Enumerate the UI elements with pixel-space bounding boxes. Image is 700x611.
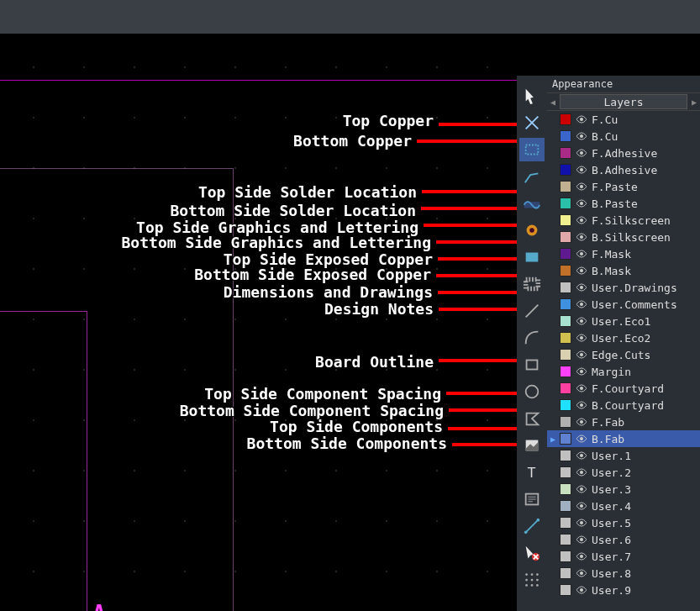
visibility-toggle[interactable]: [576, 214, 587, 226]
poly-tool[interactable]: [519, 407, 545, 430]
layer-row-f-paste[interactable]: F.Paste: [547, 178, 700, 195]
visibility-toggle[interactable]: [576, 181, 587, 192]
visibility-toggle[interactable]: [576, 130, 587, 142]
visibility-toggle[interactable]: [576, 164, 587, 176]
color-swatch[interactable]: [560, 265, 571, 277]
layer-row-edge-cuts[interactable]: Edge.Cuts: [547, 346, 700, 363]
layer-row-user-6[interactable]: User.6: [547, 531, 700, 548]
color-swatch[interactable]: [560, 534, 571, 545]
color-swatch[interactable]: [560, 450, 571, 461]
layer-row-b-cu[interactable]: B.Cu: [547, 128, 700, 145]
diff-pair-tool[interactable]: [519, 192, 545, 215]
visibility-toggle[interactable]: [576, 231, 587, 243]
layer-row-user-2[interactable]: User.2: [547, 464, 700, 481]
zone-tool[interactable]: [519, 245, 545, 269]
visibility-toggle[interactable]: [576, 466, 587, 478]
layer-row-user-9[interactable]: User.9: [547, 582, 700, 598]
color-swatch[interactable]: [560, 164, 571, 176]
color-swatch[interactable]: [560, 231, 571, 243]
color-swatch[interactable]: [560, 147, 571, 159]
highlight-net-tool[interactable]: [519, 111, 545, 134]
layer-row-margin[interactable]: Margin: [547, 363, 700, 380]
color-swatch[interactable]: [560, 466, 571, 478]
color-swatch[interactable]: [560, 349, 571, 361]
color-swatch[interactable]: [560, 517, 571, 529]
layer-row-b-silkscreen[interactable]: B.Silkscreen: [547, 229, 700, 245]
layer-row-f-mask[interactable]: F.Mask: [547, 245, 700, 262]
visibility-toggle[interactable]: [576, 550, 587, 562]
color-swatch[interactable]: [560, 399, 571, 411]
keepout-tool[interactable]: [519, 272, 545, 296]
visibility-toggle[interactable]: [576, 147, 587, 159]
layer-row-f-silkscreen[interactable]: F.Silkscreen: [547, 212, 700, 229]
color-swatch[interactable]: [560, 382, 571, 394]
visibility-toggle[interactable]: [576, 298, 587, 310]
grid-tool[interactable]: [519, 568, 545, 592]
pcb-canvas[interactable]: A: [0, 34, 517, 611]
layer-row-b-paste[interactable]: B.Paste: [547, 195, 700, 212]
color-swatch[interactable]: [560, 130, 571, 142]
color-swatch[interactable]: [560, 332, 571, 344]
color-swatch[interactable]: [560, 214, 571, 226]
visibility-toggle[interactable]: [576, 584, 587, 596]
color-swatch[interactable]: [560, 366, 571, 377]
rect-tool[interactable]: [519, 353, 545, 377]
dimension-tool[interactable]: [519, 514, 545, 538]
layer-row-user-8[interactable]: User.8: [547, 565, 700, 582]
layer-row-b-courtyard[interactable]: B.Courtyard: [547, 397, 700, 413]
layer-row-b-mask[interactable]: B.Mask: [547, 262, 700, 279]
visibility-toggle[interactable]: [576, 517, 587, 529]
color-swatch[interactable]: [560, 181, 571, 192]
text-tool[interactable]: T: [519, 461, 545, 484]
visibility-toggle[interactable]: [576, 198, 587, 209]
layer-row-user-eco1[interactable]: User.Eco1: [547, 313, 700, 329]
circle-tool[interactable]: [519, 380, 545, 403]
layer-row-f-adhesive[interactable]: F.Adhesive: [547, 145, 700, 161]
color-swatch[interactable]: [560, 248, 571, 260]
layer-row-user-drawings[interactable]: User.Drawings: [547, 279, 700, 296]
color-swatch[interactable]: [560, 298, 571, 310]
visibility-toggle[interactable]: [576, 248, 587, 260]
footprint-tool[interactable]: [519, 138, 545, 161]
image-tool[interactable]: [519, 434, 545, 457]
layer-row-f-fab[interactable]: F.Fab: [547, 413, 700, 430]
layer-row-user-3[interactable]: User.3: [547, 481, 700, 498]
color-swatch[interactable]: [560, 567, 571, 579]
color-swatch[interactable]: [560, 433, 571, 445]
visibility-toggle[interactable]: [576, 265, 587, 277]
layer-row-b-adhesive[interactable]: B.Adhesive: [547, 161, 700, 178]
color-swatch[interactable]: [560, 584, 571, 596]
color-swatch[interactable]: [560, 500, 571, 512]
tab-scroll-left[interactable]: ◀: [547, 93, 559, 110]
visibility-toggle[interactable]: [576, 315, 587, 327]
color-swatch[interactable]: [560, 315, 571, 327]
visibility-toggle[interactable]: [576, 349, 587, 361]
visibility-toggle[interactable]: [576, 366, 587, 377]
layer-row-user-4[interactable]: User.4: [547, 498, 700, 514]
visibility-toggle[interactable]: [576, 282, 587, 293]
layer-row-b-fab[interactable]: ▶B.Fab: [547, 430, 700, 447]
color-swatch[interactable]: [560, 198, 571, 209]
layer-row-f-cu[interactable]: F.Cu: [547, 111, 700, 128]
visibility-toggle[interactable]: [576, 416, 587, 428]
color-swatch[interactable]: [560, 282, 571, 293]
layer-row-user-5[interactable]: User.5: [547, 514, 700, 531]
color-swatch[interactable]: [560, 416, 571, 428]
visibility-toggle[interactable]: [576, 500, 587, 512]
textbox-tool[interactable]: [519, 487, 545, 511]
color-swatch[interactable]: [560, 113, 571, 125]
tab-layers[interactable]: Layers: [560, 94, 687, 109]
layer-row-user-1[interactable]: User.1: [547, 447, 700, 464]
visibility-toggle[interactable]: [576, 382, 587, 394]
layer-row-user-eco2[interactable]: User.Eco2: [547, 329, 700, 346]
visibility-toggle[interactable]: [576, 567, 587, 579]
line-tool[interactable]: [519, 299, 545, 323]
layer-row-user-comments[interactable]: User.Comments: [547, 296, 700, 313]
visibility-toggle[interactable]: [576, 332, 587, 344]
visibility-toggle[interactable]: [576, 450, 587, 461]
delete-tool[interactable]: [519, 541, 545, 565]
visibility-toggle[interactable]: [576, 113, 587, 125]
layer-row-user-7[interactable]: User.7: [547, 548, 700, 565]
arc-tool[interactable]: [519, 326, 545, 350]
via-tool[interactable]: [519, 219, 545, 242]
